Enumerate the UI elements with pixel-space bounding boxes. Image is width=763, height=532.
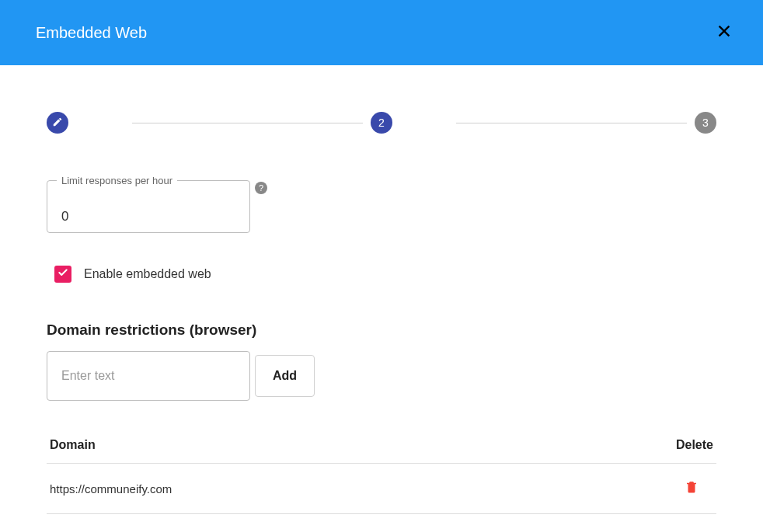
step-2[interactable]: 2: [371, 112, 392, 134]
step-1[interactable]: [47, 112, 68, 134]
column-delete: Delete: [676, 438, 713, 452]
step-connector: [456, 123, 687, 123]
trash-icon: [685, 479, 699, 498]
step-2-label: 2: [378, 116, 385, 129]
column-domain: Domain: [50, 438, 96, 452]
delete-button[interactable]: [681, 478, 702, 499]
help-icon[interactable]: ?: [255, 182, 267, 194]
step-3[interactable]: 3: [695, 112, 716, 134]
domain-add-row: Add: [47, 351, 716, 401]
limit-field-label: Limit responses per hour: [57, 175, 177, 186]
enable-embedded-label: Enable embedded web: [84, 267, 211, 281]
checkmark-icon: [57, 267, 68, 281]
domain-table: Domain Delete https://communeify.com: [47, 438, 716, 514]
table-header: Domain Delete: [47, 438, 716, 464]
domain-cell: https://communeify.com: [50, 482, 172, 495]
enable-embedded-checkbox[interactable]: [54, 266, 71, 283]
close-button[interactable]: [713, 22, 735, 43]
close-icon: [716, 23, 733, 43]
dialog-title: Embedded Web: [36, 24, 147, 42]
domain-restrictions-title: Domain restrictions (browser): [47, 322, 716, 339]
dialog-header: Embedded Web: [0, 0, 763, 65]
stepper: 2 3: [47, 112, 716, 134]
limit-input[interactable]: [61, 209, 235, 224]
table-row: https://communeify.com: [47, 464, 716, 514]
add-button[interactable]: Add: [255, 355, 315, 397]
step-connector: [132, 123, 363, 123]
limit-field-group: Limit responses per hour ?: [47, 180, 267, 233]
step-3-label: 3: [702, 116, 709, 129]
pencil-icon: [52, 116, 63, 130]
limit-field-wrapper: Limit responses per hour: [47, 180, 250, 233]
enable-embedded-row: Enable embedded web: [54, 266, 716, 283]
domain-input[interactable]: [47, 351, 250, 401]
dialog-content: 2 3 Limit responses per hour ? Enable em…: [0, 65, 763, 514]
